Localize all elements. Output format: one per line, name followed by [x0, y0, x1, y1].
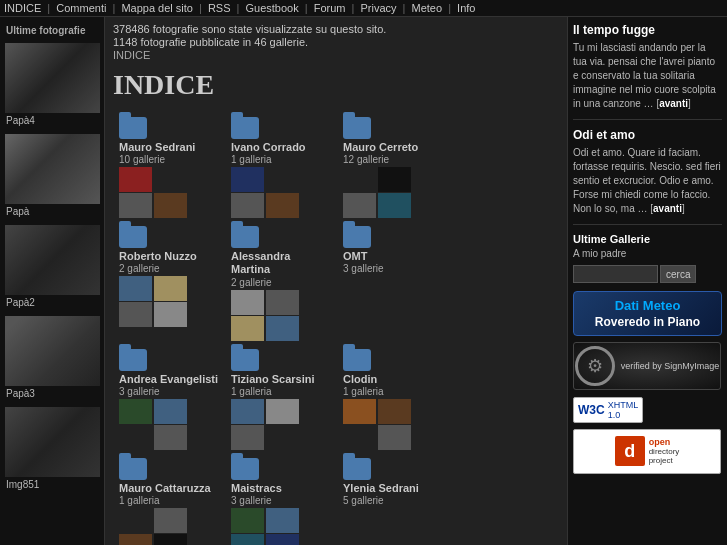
gallery-thumbnail: [266, 290, 299, 315]
gallery-item[interactable]: Ivano Corrado1 galleria: [231, 117, 331, 218]
gallery-name: Maistracs: [231, 482, 331, 495]
sidebar-photo-item[interactable]: Papà2: [0, 222, 104, 313]
dmoz-text-block: open directory project: [649, 437, 680, 465]
gear-icon: ⚙: [575, 346, 615, 386]
page-title: INDICE: [113, 69, 559, 101]
gallery-name: Mauro Cattaruzza: [119, 482, 219, 495]
gallery-thumbnail: [231, 316, 264, 341]
gallery-item[interactable]: Mauro Sedrani10 gallerie: [119, 117, 219, 218]
gallery-thumb-grid: [119, 276, 187, 327]
gallery-thumbnail: [266, 425, 299, 450]
gallery-thumbnail: [378, 167, 411, 192]
gallery-thumbnail: [378, 425, 411, 450]
meteo-banner[interactable]: Dati Meteo Roveredo in Piano: [573, 291, 722, 336]
gallery-thumb-grid: [119, 399, 187, 450]
gallery-item[interactable]: Tiziano Scarsini1 galleria: [231, 349, 331, 450]
sidebar-photo-item[interactable]: Papà3: [0, 313, 104, 404]
gallery-item[interactable]: Mauro Cerreto12 gallerie: [343, 117, 443, 218]
main-content: 378486 fotografie sono state visualizzat…: [105, 17, 567, 545]
nav-item-commenti[interactable]: Commenti: [56, 2, 106, 14]
gallery-thumb-grid: [231, 399, 299, 450]
search-input[interactable]: [573, 265, 658, 283]
gallery-thumbnail: [231, 534, 264, 545]
sidebar-thumbnail: [5, 407, 100, 477]
gallery-name: Mauro Sedrani: [119, 141, 219, 154]
nav-separator: |: [234, 2, 243, 14]
gallery-count: 12 gallerie: [343, 154, 443, 165]
nav-separator: |: [44, 2, 53, 14]
gallery-thumbnail: [231, 425, 264, 450]
gallery-thumbnail: [154, 425, 187, 450]
search-button[interactable]: cerca: [660, 265, 696, 283]
gallery-item[interactable]: Ylenia Sedrani5 gallerie: [343, 458, 443, 506]
poem2-avanti-link[interactable]: avanti: [653, 203, 682, 214]
ultime-gallerie-title: Ultime Gallerie: [573, 233, 722, 245]
gallery-item[interactable]: Clodin1 galleria: [343, 349, 443, 450]
breadcrumb[interactable]: INDICE: [113, 49, 559, 61]
nav-item-guestbook[interactable]: Guestbook: [246, 2, 299, 14]
sidebar-photo-label[interactable]: Papà3: [4, 387, 100, 402]
gallery-thumbnail: [119, 508, 152, 533]
nav-item-meteo[interactable]: Meteo: [412, 2, 443, 14]
nav-item-rss[interactable]: RSS: [208, 2, 231, 14]
poem2-title: Odi et amo: [573, 128, 722, 142]
poem1-text: Tu mi lasciasti andando per la tua via. …: [573, 41, 722, 111]
gallery-name: Ivano Corrado: [231, 141, 331, 154]
gallery-name: Tiziano Scarsini: [231, 373, 331, 386]
xhtml-label: XHTML1.0: [608, 400, 639, 420]
gallery-grid: Mauro Sedrani10 gallerieIvano Corrado1 g…: [113, 113, 559, 545]
gallery-thumbnail: [154, 193, 187, 218]
ultime-gallerie-item[interactable]: A mio padre: [573, 248, 722, 259]
sidebar-thumbnail: [5, 316, 100, 386]
gallery-item[interactable]: Maistracs3 gallerie: [231, 458, 331, 545]
sidebar-photo-item[interactable]: Papà: [0, 131, 104, 222]
sidebar-photo-label[interactable]: Papà2: [4, 296, 100, 311]
gallery-item[interactable]: Andrea Evangelisti3 gallerie: [119, 349, 219, 450]
gallery-item[interactable]: Roberto Nuzzo2 gallerie: [119, 226, 219, 327]
gallery-thumbnail: [119, 302, 152, 327]
gallery-count: 2 gallerie: [231, 277, 331, 288]
sidebar-thumbnail: [5, 43, 100, 113]
meteo-line1: Dati Meteo: [578, 298, 717, 315]
gallery-thumbnail: [231, 399, 264, 424]
gallery-name: Mauro Cerreto: [343, 141, 443, 154]
sidebar-photo-label[interactable]: Papà: [4, 205, 100, 220]
poem1-avanti-link[interactable]: avanti: [659, 98, 688, 109]
gallery-thumbnail: [119, 276, 152, 301]
gallery-thumbnail: [266, 399, 299, 424]
nav-separator: |: [109, 2, 118, 14]
w3c-badge[interactable]: W3C XHTML1.0: [573, 397, 643, 423]
nav-item-forum[interactable]: Forum: [314, 2, 346, 14]
sidebar-photo-label[interactable]: Papà4: [4, 114, 100, 129]
nav-item-indice[interactable]: INDICE: [4, 2, 41, 14]
top-navigation: INDICE | Commenti | Mappa del sito | RSS…: [0, 0, 727, 17]
signmyimage-badge[interactable]: ⚙ verified by SignMyImage: [573, 342, 721, 390]
sidebar-photo-label[interactable]: Img851: [4, 478, 100, 493]
gallery-thumbnail: [154, 399, 187, 424]
sidebar-title: Ultime fotografie: [0, 21, 104, 40]
gallery-name: Andrea Evangelisti: [119, 373, 219, 386]
folder-icon: [119, 349, 147, 371]
gallery-thumb-grid: [231, 290, 299, 341]
gallery-item[interactable]: Alessandra Martina2 gallerie: [231, 226, 331, 340]
gallery-thumbnail: [154, 276, 187, 301]
gallery-item[interactable]: OMT3 gallerie: [343, 226, 443, 274]
sidebar-photo-item[interactable]: Img851: [0, 404, 104, 495]
gallery-thumbnail: [231, 290, 264, 315]
folder-icon: [231, 226, 259, 248]
folder-icon: [231, 349, 259, 371]
gallery-count: 10 gallerie: [119, 154, 219, 165]
gallery-thumbnail: [154, 508, 187, 533]
w3c-label: W3C: [578, 403, 605, 417]
sidebar-photo-item[interactable]: Papà4: [0, 40, 104, 131]
dmoz-badge[interactable]: d open directory project: [573, 429, 721, 474]
nav-item-privacy[interactable]: Privacy: [360, 2, 396, 14]
nav-item-mappa-del-sito[interactable]: Mappa del sito: [121, 2, 193, 14]
dmoz-open: open: [649, 437, 680, 447]
gallery-thumbnail: [343, 193, 376, 218]
gallery-thumbnail: [231, 193, 264, 218]
sign-text: verified by SignMyImage: [621, 361, 720, 371]
gallery-item[interactable]: Mauro Cattaruzza1 galleria: [119, 458, 219, 545]
gallery-thumb-grid: [231, 508, 299, 545]
nav-item-info[interactable]: Info: [457, 2, 475, 14]
